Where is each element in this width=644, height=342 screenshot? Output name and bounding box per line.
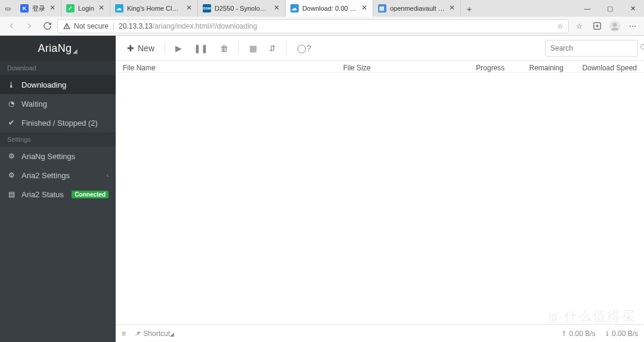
tab[interactable]: DSM D2550 - Synology D ✕ (198, 0, 286, 17)
upload-speed: ↿ 0.00 B/s (561, 329, 595, 338)
window-close-button[interactable]: ✕ (621, 0, 644, 17)
col-file-size[interactable]: File Size (343, 64, 438, 69)
clock-icon: ◔ (7, 100, 16, 108)
close-icon[interactable]: ✕ (361, 5, 368, 12)
favorites-icon[interactable]: ☆ (571, 18, 587, 34)
search-input[interactable] (550, 44, 640, 52)
favicon-icon: ☁ (290, 4, 299, 13)
sidebar-item-label: Downloading (21, 80, 66, 89)
sidebar-item-waiting[interactable]: ◔ Waiting (0, 94, 116, 113)
status-bar: ≡ 📌︎ Shortcut◢ ↿ 0.00 B/s ⇂ 0.00 B/s (116, 324, 644, 342)
sidebar-item-label: Finished / Stopped (2) (21, 119, 98, 128)
sidebar-item-label: AriaNg Settings (21, 152, 75, 161)
table-header: File Name File Size Progress Remaining D… (116, 61, 644, 73)
not-secure-badge: Not secure (63, 22, 109, 30)
download-icon: ⭳ (7, 80, 16, 89)
sidebar: AriaNg◢ Download ⭳ Downloading ◔ Waiting… (0, 36, 116, 342)
sort-icon: ⇵ (269, 43, 276, 53)
url-field[interactable]: Not secure 20.13.3.13/ariang/index.html#… (57, 19, 569, 33)
search-box[interactable] (545, 40, 638, 57)
tab[interactable]: ☁ King's Home Cloud ✕ (110, 0, 198, 17)
favicon-icon: DSM (203, 4, 211, 13)
minimize-button[interactable]: — (576, 0, 599, 17)
new-tab-button[interactable]: + (461, 0, 478, 17)
tab-active[interactable]: ☁ Download: 0.00 B/s ✕ (286, 0, 373, 17)
star-icon[interactable]: ☆ (557, 22, 564, 30)
menu-icon[interactable]: ≡ (122, 329, 126, 338)
sort-button[interactable]: ⇵ (264, 41, 281, 56)
col-file-name[interactable]: File Name (123, 64, 343, 69)
select-all-button[interactable]: ▦ (244, 41, 262, 56)
tab-title: Download: 0.00 B/s (302, 5, 357, 12)
col-progress[interactable]: Progress (439, 64, 505, 69)
tab-title: openmediavault co (390, 5, 445, 12)
sidebar-item-label: Aria2 Status (21, 190, 64, 199)
tab[interactable]: ✓ Login ✕ (61, 0, 110, 17)
maximize-button[interactable]: ▢ (599, 0, 621, 17)
menu-icon[interactable]: ⋯ (625, 18, 640, 34)
chevron-left-icon: ‹ (107, 172, 109, 179)
download-speed: ⇂ 0.00 B/s (604, 329, 638, 338)
url-text: 20.13.3.13/ariang/index.html#!/downloadi… (119, 22, 257, 30)
start-button[interactable]: ▶ (170, 41, 187, 56)
tab-strip: ▭ K 登录 ✕ ✓ Login ✕ ☁ King's Home Cloud ✕… (0, 0, 644, 17)
svg-point-3 (641, 44, 644, 49)
sidebar-item-label: Waiting (21, 100, 47, 108)
tab[interactable]: ▤ openmediavault co ✕ (373, 0, 461, 17)
sidebar-item-downloading[interactable]: ⭳ Downloading (0, 75, 116, 94)
status-badge: Connected (72, 191, 109, 198)
address-bar: Not secure 20.13.3.13/ariang/index.html#… (0, 17, 644, 36)
divider (165, 42, 165, 54)
sidebar-item-aria2-settings[interactable]: ⚙ Aria2 Settings ‹ (0, 166, 116, 185)
refresh-button[interactable] (39, 18, 55, 34)
not-secure-label: Not secure (74, 22, 109, 30)
upload-icon: ↿ (561, 329, 567, 338)
new-button-label: New (138, 43, 154, 53)
tab-title: D2550 - Synology D (215, 5, 270, 12)
play-icon: ▶ (175, 43, 182, 53)
plus-icon: ✚ (127, 43, 134, 53)
tab-outline-icon[interactable]: ▭ (0, 0, 16, 17)
divider (286, 42, 287, 54)
close-icon[interactable]: ✕ (448, 5, 456, 12)
close-icon[interactable]: ✕ (273, 5, 280, 12)
col-download-speed[interactable]: Download Speed (564, 64, 637, 69)
help-button[interactable]: ◯? (292, 41, 317, 56)
favicon-icon: ▤ (378, 4, 386, 13)
sidebar-item-label: Aria2 Settings (21, 171, 70, 180)
close-icon[interactable]: ✕ (185, 5, 193, 12)
download-icon: ⇂ (604, 329, 610, 338)
trash-icon: 🗑︎ (220, 43, 228, 53)
svg-point-2 (613, 23, 617, 27)
back-button[interactable] (4, 18, 19, 34)
close-icon[interactable]: ✕ (49, 5, 56, 12)
col-remaining[interactable]: Remaining (504, 64, 564, 69)
main-area: ✚ New ▶ ❚❚ 🗑︎ ▦ ⇵ ◯? File Name File Size… (116, 36, 644, 342)
app-brand: AriaNg◢ (0, 36, 116, 61)
grid-icon: ▦ (249, 43, 257, 53)
profile-icon[interactable] (607, 18, 623, 34)
pause-button[interactable]: ❚❚ (188, 41, 213, 56)
gear-icon: ⚙ (7, 171, 16, 179)
server-icon: ▤ (7, 190, 16, 198)
separator (113, 22, 114, 30)
pin-icon: 📌︎ (134, 329, 141, 338)
delete-button[interactable]: 🗑︎ (215, 41, 234, 56)
collections-icon[interactable] (589, 18, 605, 34)
sidebar-item-aria2-status[interactable]: ▤ Aria2 Status Connected (0, 185, 116, 204)
sidebar-section-download: Download (0, 61, 116, 75)
new-button[interactable]: ✚ New (122, 41, 160, 56)
help-icon: ◯? (297, 43, 311, 53)
search-icon (640, 43, 644, 53)
sidebar-section-settings: Settings (0, 132, 116, 147)
sidebar-item-ariang-settings[interactable]: ⚙ AriaNg Settings (0, 147, 116, 166)
shortcut-button[interactable]: 📌︎ Shortcut◢ (134, 329, 174, 338)
forward-button[interactable] (21, 18, 37, 34)
gear-icon: ⚙ (7, 152, 16, 160)
favicon-icon: ☁ (115, 4, 123, 13)
empty-table-body (116, 73, 644, 324)
close-icon[interactable]: ✕ (98, 5, 105, 12)
toolbar: ✚ New ▶ ❚❚ 🗑︎ ▦ ⇵ ◯? (116, 36, 644, 61)
tab[interactable]: K 登录 ✕ (16, 0, 61, 17)
sidebar-item-finished[interactable]: ✔ Finished / Stopped (2) (0, 113, 116, 132)
